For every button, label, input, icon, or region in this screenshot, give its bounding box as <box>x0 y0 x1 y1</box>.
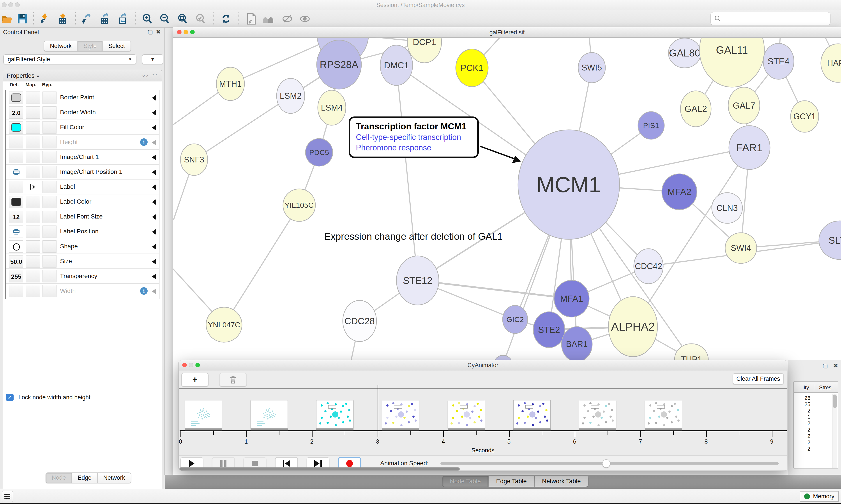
save-session-icon[interactable] <box>16 13 29 25</box>
node-PIS1[interactable]: PIS1 <box>638 112 664 139</box>
mapping-cell[interactable] <box>26 255 40 268</box>
node-MCM1[interactable]: MCM1 <box>518 130 620 239</box>
node-DMC1[interactable]: DMC1 <box>380 45 413 85</box>
table-cell[interactable]: 26 <box>793 395 810 401</box>
close-panel-icon[interactable]: ✖ <box>833 362 838 369</box>
timeline[interactable]: 0123456789 Seconds <box>179 390 787 455</box>
search-field[interactable] <box>711 12 830 25</box>
style-target-tab-node[interactable]: Node <box>46 473 72 483</box>
property-row[interactable]: Fill Color <box>6 120 159 135</box>
mapping-cell[interactable] <box>26 196 40 208</box>
node-MFA2[interactable]: MFA2 <box>662 174 697 210</box>
default-value-cell[interactable]: 50.0 <box>9 255 23 268</box>
node-RPS28A[interactable]: RPS28A <box>317 40 361 89</box>
table-cell[interactable]: 2 <box>793 439 810 446</box>
bypass-cell[interactable] <box>42 270 56 283</box>
style-target-tab-network[interactable]: Network <box>98 473 131 483</box>
expand-all-icon[interactable]: ⌄⌄ <box>142 72 148 78</box>
property-row[interactable]: Image/Chart Position 1 <box>6 165 159 180</box>
property-row[interactable]: Shape <box>6 239 159 254</box>
bypass-cell[interactable] <box>42 106 56 119</box>
import-table-icon[interactable] <box>56 13 69 25</box>
node-GAL11[interactable]: GAL11 <box>699 38 764 87</box>
scrollbar-thumb[interactable] <box>833 395 837 408</box>
zoom-out-icon[interactable] <box>159 13 171 25</box>
bypass-cell[interactable] <box>42 196 56 208</box>
expand-row-icon[interactable] <box>152 244 156 250</box>
tab-node-table[interactable]: Node Table <box>442 476 489 487</box>
close-panel-icon[interactable]: ✖ <box>156 29 161 35</box>
property-row[interactable]: Heighti <box>6 135 159 150</box>
node-CDC28[interactable]: CDC28 <box>343 300 376 342</box>
expand-row-icon[interactable] <box>152 95 156 101</box>
column-header[interactable]: Stres <box>815 384 831 390</box>
node-YIL105C[interactable]: YIL105C <box>283 189 315 221</box>
edge-YIL105C-YNL047C[interactable] <box>224 205 299 325</box>
mapping-cell[interactable] <box>26 121 40 133</box>
cyanimator-hscrollbar[interactable] <box>179 467 460 470</box>
task-history-button[interactable] <box>2 491 13 502</box>
property-row[interactable]: 12Label Font Size <box>6 209 159 224</box>
bypass-cell[interactable] <box>42 285 56 297</box>
mapping-cell[interactable] <box>26 91 40 104</box>
node-STE12[interactable]: STE12 <box>396 256 439 305</box>
default-value-cell[interactable] <box>9 91 23 104</box>
tab-style[interactable]: Style <box>78 41 103 51</box>
table-scrollbar[interactable] <box>832 394 837 468</box>
expand-row-icon[interactable] <box>152 274 156 280</box>
bypass-cell[interactable] <box>42 240 56 253</box>
node-MFA1[interactable]: MFA1 <box>554 280 589 317</box>
bypass-cell[interactable] <box>42 226 56 238</box>
node-MTH1[interactable]: MTH1 <box>216 67 245 101</box>
expand-row-icon[interactable] <box>152 140 156 145</box>
expand-row-icon[interactable] <box>152 155 156 160</box>
node-CDC42[interactable]: CDC42 <box>634 249 663 284</box>
zoom-in-icon[interactable] <box>141 13 153 25</box>
bypass-cell[interactable] <box>42 181 56 193</box>
default-value-cell[interactable] <box>9 226 23 238</box>
lock-size-checkbox[interactable]: ✓ <box>6 394 14 401</box>
expand-row-icon[interactable] <box>152 289 156 294</box>
animation-speed-slider[interactable] <box>441 463 779 465</box>
default-value-cell[interactable] <box>9 151 23 163</box>
expand-row-icon[interactable] <box>152 110 156 115</box>
bypass-cell[interactable] <box>42 136 56 148</box>
frame-thumbnail-5[interactable] <box>513 400 551 428</box>
expand-row-icon[interactable] <box>152 184 156 190</box>
property-row[interactable]: Label Position <box>6 224 159 239</box>
node-GIC2[interactable]: GIC2 <box>503 305 527 334</box>
default-value-cell[interactable] <box>9 166 23 178</box>
node-GAL7[interactable]: GAL7 <box>728 87 760 124</box>
expand-row-icon[interactable] <box>152 259 156 265</box>
node-YNL047C[interactable]: YNL047C <box>206 307 242 342</box>
export-table-icon[interactable] <box>99 13 111 25</box>
tab-network[interactable]: Network <box>44 41 78 51</box>
edge-STE12-DMC1[interactable] <box>396 65 418 281</box>
table-cell[interactable]: 2 <box>793 446 810 452</box>
node-SWI4[interactable]: SWI4 <box>725 233 757 264</box>
node-ALPHA2[interactable]: ALPHA2 <box>608 297 658 357</box>
default-value-cell[interactable]: 255 <box>9 270 23 283</box>
node-GAL80[interactable]: GAL80 <box>668 38 701 68</box>
node-SWI5[interactable]: SWI5 <box>578 53 605 83</box>
default-value-cell[interactable] <box>9 136 23 148</box>
property-row[interactable]: Label <box>6 180 159 194</box>
property-row[interactable]: Widthi <box>6 284 159 299</box>
property-row[interactable]: Image/Chart 1 <box>6 150 159 165</box>
search-input[interactable] <box>721 15 826 22</box>
export-network-icon[interactable] <box>80 13 93 25</box>
mapping-cell[interactable] <box>26 151 40 163</box>
zoom-fit-icon[interactable] <box>177 13 189 25</box>
table-cell[interactable]: 2 <box>793 420 810 427</box>
expand-row-icon[interactable] <box>152 229 156 235</box>
float-panel-icon[interactable]: ▢ <box>147 29 153 35</box>
refresh-icon[interactable] <box>220 13 232 25</box>
bypass-cell[interactable] <box>42 255 56 268</box>
style-options-button[interactable]: ▼ <box>142 54 163 65</box>
column-header[interactable]: ity <box>804 384 809 391</box>
table-cell[interactable]: 2 <box>793 427 810 433</box>
expand-row-icon[interactable] <box>152 125 156 130</box>
mapping-cell[interactable] <box>26 181 40 193</box>
property-row[interactable]: Label Color <box>6 194 159 209</box>
mapping-cell[interactable] <box>26 166 40 178</box>
